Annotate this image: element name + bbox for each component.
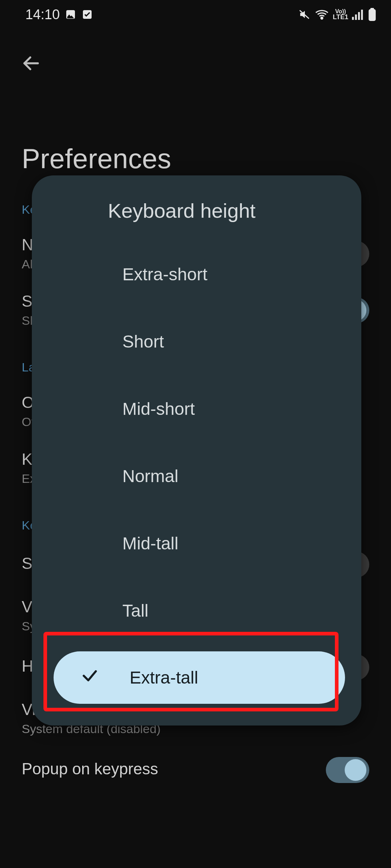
option-label: Short <box>122 332 164 352</box>
svg-rect-4 <box>352 17 354 20</box>
option-label: Extra-short <box>122 264 207 284</box>
arrow-left-icon <box>21 53 41 73</box>
volte-icon: Vo)) LTE1 <box>333 9 348 20</box>
svg-rect-8 <box>369 9 376 21</box>
mute-vibrate-icon <box>299 9 311 20</box>
row-title: Popup on keypress <box>22 760 326 778</box>
battery-icon <box>368 8 377 21</box>
option-tall[interactable]: Tall <box>46 577 347 644</box>
option-normal[interactable]: Normal <box>46 442 347 510</box>
check-icon <box>81 667 99 689</box>
page-title: Preferences <box>0 78 391 174</box>
option-mid-tall[interactable]: Mid-tall <box>46 510 347 577</box>
svg-rect-7 <box>361 10 363 20</box>
toggle-popup[interactable] <box>326 757 369 783</box>
option-short[interactable]: Short <box>46 308 347 375</box>
wifi-icon <box>315 9 329 20</box>
status-left: 14:10 <box>25 7 93 22</box>
image-icon <box>65 9 76 20</box>
status-bar: 14:10 Vo)) LTE1 <box>0 0 391 29</box>
option-label: Normal <box>122 466 178 486</box>
option-mid-short[interactable]: Mid-short <box>46 375 347 442</box>
option-label: Mid-tall <box>122 533 178 553</box>
dialog-title: Keyboard height <box>32 199 361 241</box>
option-label: Tall <box>122 601 148 621</box>
keyboard-height-dialog: Keyboard height Extra-short Short Mid-sh… <box>32 175 361 726</box>
option-label: Mid-short <box>122 399 195 419</box>
header <box>0 29 391 78</box>
row-popup[interactable]: Popup on keypress <box>22 747 369 793</box>
option-extra-tall[interactable]: Extra-tall <box>54 651 345 704</box>
option-extra-short[interactable]: Extra-short <box>46 241 347 308</box>
back-button[interactable] <box>17 49 46 78</box>
checkbox-icon <box>81 9 93 20</box>
status-right: Vo)) LTE1 <box>299 8 377 21</box>
svg-rect-9 <box>370 8 374 10</box>
svg-point-3 <box>321 17 323 19</box>
svg-rect-5 <box>355 14 357 20</box>
option-label: Extra-tall <box>130 668 198 688</box>
svg-rect-6 <box>358 12 360 20</box>
status-time: 14:10 <box>25 7 60 22</box>
signal-icon <box>352 9 364 20</box>
